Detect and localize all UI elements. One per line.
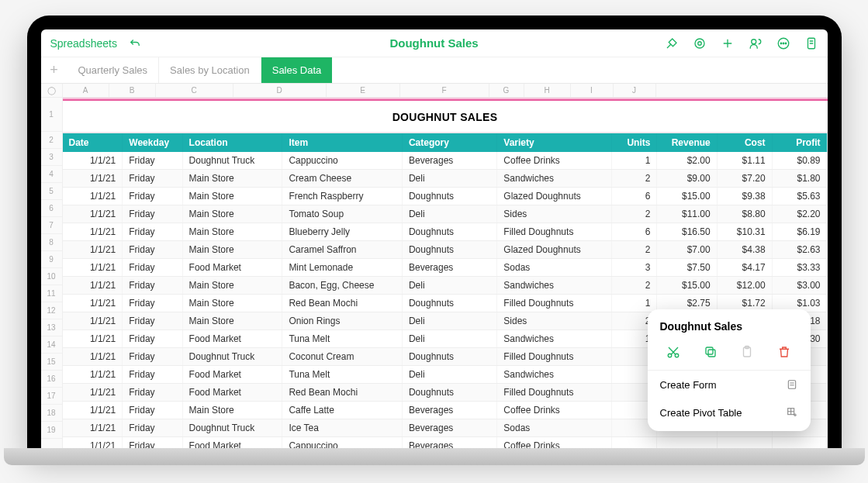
cell-units[interactable]: 2 — [612, 277, 657, 295]
cell-category[interactable]: Beverages — [402, 402, 496, 419]
cell-variety[interactable]: Sandwiches — [497, 366, 612, 384]
cell-date[interactable]: 1/1/21 — [63, 259, 123, 277]
document-icon[interactable] — [804, 36, 818, 50]
cell-weekday[interactable]: Friday — [123, 205, 182, 223]
cell-revenue[interactable]: $2.00 — [657, 152, 717, 170]
cell-profit[interactable]: $0.89 — [772, 152, 827, 170]
cell-weekday[interactable]: Friday — [123, 330, 182, 348]
cell-profit[interactable]: $2.63 — [772, 241, 827, 259]
cell-icon[interactable] — [693, 36, 707, 50]
cell-revenue[interactable]: $9.00 — [657, 170, 717, 188]
cell-date[interactable]: 1/1/21 — [63, 170, 123, 188]
add-sheet-button[interactable]: + — [41, 57, 67, 83]
cell-profit[interactable]: $6.19 — [772, 223, 827, 241]
cell-cost[interactable] — [717, 437, 772, 449]
cell-variety[interactable]: Filled Doughnuts — [497, 348, 612, 366]
cell-item[interactable]: Ice Tea — [282, 419, 403, 437]
cell-date[interactable]: 1/1/21 — [63, 348, 123, 366]
cell-date[interactable]: 1/1/21 — [63, 223, 123, 241]
cell-variety[interactable]: Coffee Drinks — [497, 152, 612, 170]
cell-location[interactable]: Food Market — [182, 330, 282, 348]
cell-weekday[interactable]: Friday — [123, 437, 182, 449]
tab-sales-data[interactable]: Sales Data — [261, 57, 333, 83]
row-header-18[interactable]: 18 — [41, 405, 62, 422]
th-date[interactable]: Date — [63, 133, 123, 152]
cell-units[interactable]: 6 — [612, 223, 657, 241]
th-location[interactable]: Location — [182, 133, 282, 152]
col-header-D[interactable]: D — [233, 84, 327, 97]
cell-category[interactable]: Deli — [402, 330, 496, 348]
cell-units[interactable]: 1 — [612, 295, 657, 312]
cell-location[interactable]: Main Store — [182, 277, 282, 295]
cut-icon[interactable] — [665, 343, 682, 361]
cell-item[interactable]: Caffe Latte — [282, 402, 403, 419]
cell-category[interactable]: Deli — [402, 277, 496, 295]
th-item[interactable]: Item — [282, 133, 403, 152]
table-row[interactable]: 1/1/21FridayMain StoreCream CheeseDeliSa… — [63, 170, 828, 188]
cell-revenue[interactable] — [657, 437, 717, 449]
cell-category[interactable]: Doughnuts — [402, 348, 496, 366]
cell-location[interactable]: Food Market — [182, 259, 282, 277]
cell-date[interactable]: 1/1/21 — [63, 402, 123, 419]
undo-icon[interactable] — [128, 36, 142, 50]
cell-cost[interactable]: $10.31 — [717, 223, 772, 241]
th-variety[interactable]: Variety — [497, 133, 612, 152]
cell-cost[interactable]: $4.38 — [717, 241, 772, 259]
format-brush-icon[interactable] — [665, 36, 679, 50]
cell-profit[interactable] — [772, 437, 827, 449]
cell-location[interactable]: Main Store — [182, 402, 282, 419]
cell-category[interactable]: Beverages — [402, 437, 496, 449]
cell-date[interactable]: 1/1/21 — [63, 384, 123, 402]
cell-item[interactable]: Cappuccino — [282, 152, 403, 170]
th-cost[interactable]: Cost — [717, 133, 772, 152]
col-header-I[interactable]: I — [571, 84, 614, 97]
row-header-11[interactable]: 11 — [41, 285, 62, 302]
cell-weekday[interactable]: Friday — [123, 152, 182, 170]
cell-category[interactable]: Deli — [402, 170, 496, 188]
cell-date[interactable]: 1/1/21 — [63, 366, 123, 384]
cell-category[interactable]: Beverages — [402, 259, 496, 277]
cell-item[interactable]: Mint Lemonade — [282, 259, 403, 277]
row-header-14[interactable]: 14 — [41, 336, 62, 354]
row-header-5[interactable]: 5 — [41, 183, 62, 200]
cell-date[interactable]: 1/1/21 — [63, 437, 123, 449]
cell-variety[interactable]: Filled Doughnuts — [497, 384, 612, 402]
tab-quarterly-sales[interactable]: Quarterly Sales — [67, 57, 160, 83]
cell-item[interactable]: Onion Rings — [282, 312, 403, 330]
cell-date[interactable]: 1/1/21 — [63, 419, 123, 437]
cell-cost[interactable]: $7.20 — [717, 170, 772, 188]
cell-cost[interactable]: $8.80 — [717, 205, 772, 223]
cell-item[interactable]: Red Bean Mochi — [282, 384, 403, 402]
cell-revenue[interactable]: $11.00 — [657, 205, 717, 223]
cell-date[interactable]: 1/1/21 — [63, 277, 123, 295]
tab-sales-by-location[interactable]: Sales by Location — [159, 57, 261, 83]
row-header-17[interactable]: 17 — [41, 388, 62, 405]
cell-units[interactable]: 2 — [612, 205, 657, 223]
cell-item[interactable]: Tomato Soup — [282, 205, 403, 223]
row-header-4[interactable]: 4 — [41, 166, 62, 183]
cell-variety[interactable]: Sodas — [497, 259, 612, 277]
cell-category[interactable]: Deli — [402, 205, 496, 223]
cell-location[interactable]: Main Store — [182, 295, 282, 312]
cell-location[interactable]: Main Store — [182, 170, 282, 188]
cell-variety[interactable]: Coffee Drinks — [497, 402, 612, 419]
cell-cost[interactable]: $4.17 — [717, 259, 772, 277]
cell-units[interactable]: 6 — [612, 188, 657, 205]
cell-revenue[interactable]: $15.00 — [657, 188, 717, 205]
cell-date[interactable]: 1/1/21 — [63, 312, 123, 330]
cell-variety[interactable]: Sides — [497, 312, 612, 330]
cell-weekday[interactable]: Friday — [123, 312, 182, 330]
cell-item[interactable]: Red Bean Mochi — [282, 295, 403, 312]
cell-cost[interactable]: $12.00 — [717, 277, 772, 295]
cell-category[interactable]: Doughnuts — [402, 241, 496, 259]
cell-variety[interactable]: Coffee Drinks — [497, 437, 612, 449]
col-header-E[interactable]: E — [327, 84, 400, 97]
cell-category[interactable]: Doughnuts — [402, 384, 496, 402]
cell-revenue[interactable]: $15.00 — [657, 277, 717, 295]
cell-variety[interactable]: Filled Doughnuts — [497, 295, 612, 312]
row-header-3[interactable]: 3 — [41, 149, 62, 166]
cell-units[interactable]: 3 — [612, 259, 657, 277]
cell-item[interactable]: Tuna Melt — [282, 366, 403, 384]
collaborate-icon[interactable] — [749, 36, 763, 50]
cell-location[interactable]: Main Store — [182, 241, 282, 259]
